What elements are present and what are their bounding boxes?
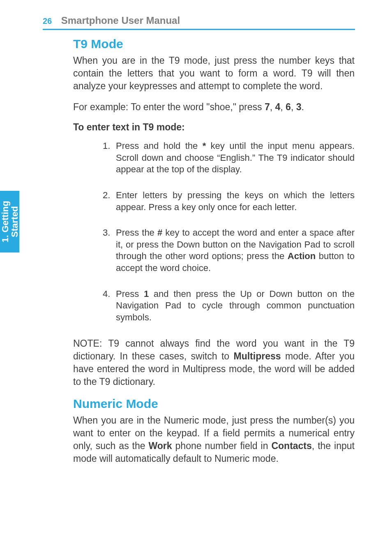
numeric-mid: phone number field in bbox=[172, 440, 272, 451]
t9-subhead: To enter text in T9 mode: bbox=[73, 122, 355, 133]
step-text: Press the bbox=[116, 227, 157, 238]
step-2: 2. Enter letters by pressing the keys on… bbox=[103, 190, 355, 213]
t9-note: NOTE: T9 cannot always find the word you… bbox=[73, 337, 355, 388]
step-1: 1. Press and hold the * key until the in… bbox=[103, 140, 355, 176]
step-bold: Action bbox=[288, 251, 316, 261]
key-4: 4 bbox=[275, 102, 281, 112]
step-num: 3. bbox=[103, 227, 110, 239]
heading-numeric-mode: Numeric Mode bbox=[73, 397, 355, 411]
step-4: 4. Press 1 and then press the Up or Down… bbox=[103, 288, 355, 324]
numeric-bold2: Contacts bbox=[271, 440, 311, 451]
page-header: 26 Smartphone User Manual bbox=[43, 15, 355, 30]
step-num: 4. bbox=[103, 288, 110, 300]
step-text: Press bbox=[116, 289, 144, 299]
page-number: 26 bbox=[43, 16, 52, 25]
step-bold: # bbox=[157, 227, 162, 238]
numeric-bold1: Work bbox=[149, 440, 172, 451]
step-num: 1. bbox=[103, 140, 110, 152]
note-bold: Multipress bbox=[233, 351, 281, 361]
example-prefix: For example: To enter the word "shoe," p… bbox=[73, 102, 265, 112]
t9-steps-list: 1. Press and hold the * key until the in… bbox=[103, 140, 355, 323]
key-6: 6 bbox=[286, 102, 291, 112]
header-title: Smartphone User Manual bbox=[61, 15, 180, 26]
side-tab-line2: Started bbox=[9, 206, 20, 237]
step-text: Press and hold the bbox=[116, 141, 203, 151]
numeric-para: When you are in the Numeric mode, just p… bbox=[73, 414, 355, 465]
step-text: Enter letters by pressing the keys on wh… bbox=[116, 190, 355, 212]
step-bold: * bbox=[203, 141, 206, 151]
t9-example-para: For example: To enter the word "shoe," p… bbox=[73, 101, 355, 113]
step-num: 2. bbox=[103, 190, 110, 202]
step-3: 3. Press the # key to accept the word an… bbox=[103, 227, 355, 274]
step-bold: 1 bbox=[144, 289, 149, 299]
side-tab-getting-started: 1. Getting Started bbox=[0, 191, 19, 252]
heading-t9-mode: T9 Mode bbox=[73, 37, 355, 51]
key-7: 7 bbox=[265, 102, 270, 112]
t9-intro-para: When you are in the T9 mode, just press … bbox=[73, 54, 355, 93]
side-tab-line1: 1. Getting bbox=[0, 201, 10, 242]
step-text: and then press the Up or Down button on … bbox=[116, 289, 355, 322]
page-content: T9 Mode When you are in the T9 mode, jus… bbox=[73, 37, 355, 473]
key-3: 3 bbox=[296, 102, 302, 112]
